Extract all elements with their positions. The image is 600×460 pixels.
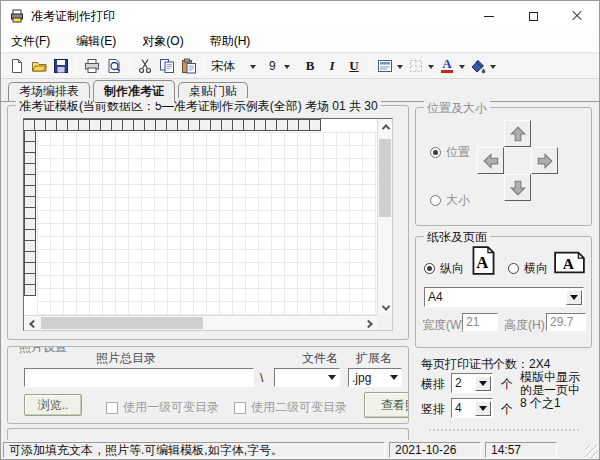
paper-size-value: A4 bbox=[425, 290, 566, 304]
chevron-down-icon[interactable] bbox=[459, 65, 465, 72]
tab-page: 准考证模板(当前数据区：5—准考证制作示例表(全部) 考场 01 共 30 bbox=[1, 101, 599, 441]
chevron-up-icon bbox=[381, 124, 389, 132]
bold-button[interactable]: B bbox=[299, 55, 321, 77]
font-color-icon: A bbox=[441, 59, 453, 73]
landscape-radio[interactable]: 横向 bbox=[508, 260, 548, 277]
move-down-button[interactable] bbox=[504, 174, 531, 201]
italic-button[interactable]: I bbox=[321, 55, 343, 77]
preview-button[interactable] bbox=[103, 55, 125, 77]
chevron-down-icon bbox=[328, 375, 336, 384]
row-count-value: 2 bbox=[452, 376, 475, 390]
radio-icon bbox=[508, 263, 519, 274]
copy-button[interactable] bbox=[156, 55, 178, 77]
col-count-value: 4 bbox=[452, 401, 475, 415]
extension-select[interactable]: .jpg bbox=[348, 368, 402, 387]
menu-object[interactable]: 对象(O) bbox=[132, 31, 193, 52]
toolbar: 宋体 9 B I U A bbox=[1, 54, 599, 79]
tab-make-ticket[interactable]: 制作准考证 bbox=[93, 80, 175, 102]
width-input[interactable]: 21 bbox=[462, 313, 498, 331]
chevron-down-icon bbox=[390, 375, 398, 384]
grid-row-headers[interactable] bbox=[24, 131, 37, 315]
paper-page-group: 纸张及页面 纵向 A 横向 A A4 宽度 bbox=[415, 236, 592, 348]
chevron-down-icon bbox=[479, 406, 487, 415]
font-family-select[interactable]: 宋体 bbox=[209, 58, 267, 75]
grid-header-cell[interactable] bbox=[309, 119, 321, 131]
maximize-icon[interactable] bbox=[511, 1, 555, 31]
grid-col-headers[interactable] bbox=[24, 119, 377, 132]
view-photo-button[interactable]: 查看照 bbox=[364, 392, 409, 418]
paper-size-select[interactable]: A4 bbox=[424, 287, 584, 307]
note-line: 8 个之1 bbox=[520, 397, 594, 410]
clipped-content-dots bbox=[429, 429, 579, 431]
scroll-down-button[interactable] bbox=[378, 300, 393, 315]
font-color-button[interactable]: A bbox=[436, 55, 458, 77]
variable-dir-level2-label: 使用二级可变目录 bbox=[251, 399, 347, 416]
paper-group-title: 纸张及页面 bbox=[424, 229, 490, 246]
svg-text:A: A bbox=[563, 255, 575, 272]
new-icon bbox=[9, 58, 25, 74]
photo-dir-input[interactable] bbox=[24, 368, 254, 387]
font-size-select[interactable]: 9 bbox=[267, 59, 299, 73]
dropdown-button[interactable] bbox=[475, 401, 491, 416]
paste-button[interactable] bbox=[178, 55, 200, 77]
move-left-button[interactable] bbox=[477, 147, 504, 174]
height-input[interactable]: 29.7 bbox=[546, 313, 586, 331]
toolbar-separator bbox=[204, 57, 205, 75]
browse-button[interactable]: 浏览.. bbox=[24, 394, 82, 416]
chevron-down-icon[interactable] bbox=[490, 65, 496, 72]
variable-dir-level2-checkbox[interactable]: 使用二级可变目录 bbox=[234, 399, 347, 416]
minimize-icon[interactable] bbox=[467, 1, 511, 31]
chevron-down-icon[interactable] bbox=[397, 65, 403, 72]
position-radio[interactable]: 位置 bbox=[430, 144, 470, 161]
print-button[interactable] bbox=[81, 55, 103, 77]
move-up-button[interactable] bbox=[504, 120, 531, 147]
row-count-select[interactable]: 2 bbox=[451, 373, 493, 393]
titlebar[interactable]: 准考证制作打印 bbox=[1, 1, 599, 31]
vertical-scrollbar[interactable] bbox=[377, 119, 392, 315]
menu-help[interactable]: 帮助(H) bbox=[200, 31, 261, 52]
col-count-select[interactable]: 4 bbox=[451, 398, 493, 418]
col-count-label: 竖排 bbox=[421, 401, 445, 418]
grid-header-cell[interactable] bbox=[24, 284, 36, 296]
chevron-down-icon bbox=[570, 295, 578, 304]
portrait-radio[interactable]: 纵向 bbox=[424, 260, 464, 277]
close-icon[interactable] bbox=[555, 1, 599, 31]
vertical-scroll-thumb[interactable] bbox=[379, 139, 391, 217]
horizontal-scrollbar[interactable] bbox=[24, 315, 377, 330]
height-label: 高度(H) bbox=[504, 317, 545, 334]
horizontal-scroll-thumb[interactable] bbox=[41, 317, 203, 329]
underline-button[interactable]: U bbox=[343, 55, 365, 77]
scroll-up-button[interactable] bbox=[378, 119, 393, 134]
position-radio-label: 位置 bbox=[446, 144, 470, 161]
scrollbar-corner bbox=[377, 315, 392, 330]
row-count-label: 横排 bbox=[421, 376, 445, 393]
chevron-down-icon bbox=[250, 65, 256, 72]
new-button[interactable] bbox=[6, 55, 28, 77]
chevron-down-icon[interactable] bbox=[428, 65, 434, 72]
portrait-paper-icon: A bbox=[472, 246, 495, 275]
dropdown-button[interactable] bbox=[475, 376, 491, 391]
variable-dir-level1-checkbox[interactable]: 使用一级可变目录 bbox=[106, 399, 219, 416]
cut-button[interactable] bbox=[134, 55, 156, 77]
save-button[interactable] bbox=[50, 55, 72, 77]
borders-button[interactable] bbox=[405, 55, 427, 77]
scroll-left-button[interactable] bbox=[24, 316, 39, 331]
landscape-radio-label: 横向 bbox=[524, 260, 548, 277]
template-grid[interactable] bbox=[23, 118, 393, 331]
grid-body[interactable] bbox=[37, 132, 377, 315]
size-radio[interactable]: 大小 bbox=[430, 192, 470, 209]
chevron-right-icon bbox=[364, 319, 372, 327]
preview-icon bbox=[106, 58, 122, 74]
dropdown-button[interactable] bbox=[566, 290, 582, 305]
menu-file[interactable]: 文件(F) bbox=[1, 31, 60, 52]
scroll-right-button[interactable] bbox=[362, 316, 377, 331]
width-label: 宽度(W) bbox=[422, 317, 465, 334]
open-button[interactable] bbox=[28, 55, 50, 77]
menu-edit[interactable]: 编辑(E) bbox=[66, 31, 126, 52]
align-button[interactable] bbox=[374, 55, 396, 77]
resize-grip[interactable] bbox=[585, 445, 598, 458]
move-right-button[interactable] bbox=[531, 147, 558, 174]
fill-color-button[interactable] bbox=[467, 55, 489, 77]
toolbar-separator bbox=[76, 57, 77, 75]
filename-select[interactable] bbox=[274, 368, 340, 387]
